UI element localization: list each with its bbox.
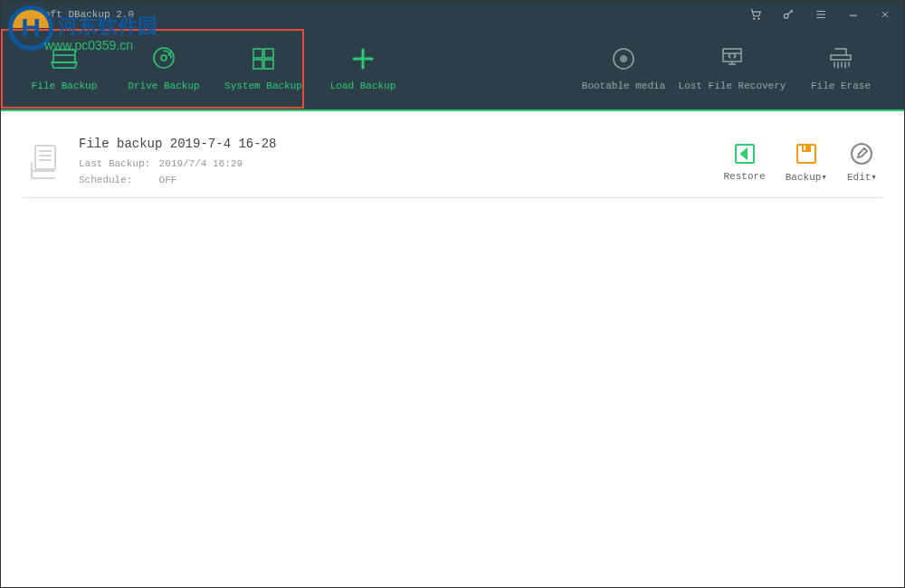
svg-rect-14 (831, 55, 851, 60)
svg-point-20 (852, 144, 872, 164)
svg-rect-8 (253, 60, 262, 69)
key-icon[interactable] (782, 8, 795, 21)
system-backup-label: System Backup (224, 81, 302, 91)
drive-backup-button[interactable]: Drive Backup (114, 46, 214, 91)
lost-file-recovery-button[interactable]: Lost File Recovery (673, 46, 791, 91)
svg-rect-3 (53, 50, 75, 62)
file-erase-label: File Erase (811, 81, 871, 91)
svg-rect-9 (264, 60, 273, 69)
file-backup-button[interactable]: File Backup (14, 46, 114, 91)
menu-icon[interactable] (814, 8, 827, 21)
svg-point-2 (784, 14, 788, 18)
titlebar: iBeesoft DBackup 2.0 (1, 1, 904, 28)
window-controls (749, 8, 891, 21)
content-area: File backup 2019-7-4 16-28 Last Backup: … (1, 111, 904, 214)
backup-task-card: File backup 2019-7-4 16-28 Last Backup: … (23, 128, 882, 198)
restore-icon (733, 142, 757, 166)
restore-button[interactable]: Restore (724, 142, 766, 182)
svg-rect-7 (264, 49, 273, 58)
backup-title: File backup 2019-7-4 16-28 (79, 137, 706, 151)
cart-icon[interactable] (749, 8, 762, 21)
schedule-value: OFF (159, 175, 177, 185)
svg-rect-15 (35, 146, 55, 169)
drive-backup-icon (150, 46, 177, 71)
backup-button[interactable]: Backup▾ (786, 142, 827, 183)
last-backup-label: Last Backup: (79, 156, 153, 173)
schedule-row: Schedule: OFF (79, 173, 706, 189)
schedule-label: Schedule: (79, 173, 153, 189)
close-button[interactable] (880, 9, 891, 20)
pencil-icon (850, 142, 873, 166)
app-window: iBeesoft DBackup 2.0 File Backup Drive B… (0, 0, 905, 588)
file-erase-button[interactable]: File Erase (791, 46, 891, 91)
system-backup-icon (250, 46, 277, 71)
recovery-icon (719, 46, 746, 71)
toolbar-right-group: Bootable media Lost File Recovery File E… (574, 46, 891, 91)
card-actions: Restore Backup▾ Edit▾ (724, 142, 877, 183)
lost-file-recovery-label: Lost File Recovery (679, 81, 786, 91)
system-backup-button[interactable]: System Backup (214, 46, 313, 91)
file-backup-label: File Backup (32, 81, 98, 91)
last-backup-value: 2019/7/4 16:29 (159, 158, 243, 169)
bootable-media-label: Bootable media (582, 81, 665, 91)
svg-point-12 (623, 58, 624, 60)
edit-button[interactable]: Edit▾ (847, 142, 877, 183)
backup-icon (795, 142, 818, 166)
last-backup-row: Last Backup: 2019/7/4 16:29 (79, 156, 706, 173)
file-backup-icon (51, 46, 78, 71)
svg-rect-6 (253, 49, 262, 58)
bootable-media-button[interactable]: Bootable media (574, 46, 673, 91)
svg-point-0 (754, 18, 755, 19)
svg-point-5 (161, 55, 167, 61)
drive-backup-label: Drive Backup (128, 81, 199, 91)
document-stack-icon (28, 144, 61, 182)
svg-rect-19 (806, 146, 808, 150)
load-backup-button[interactable]: Load Backup (313, 46, 413, 91)
backup-label: Backup▾ (786, 171, 827, 183)
window-title: iBeesoft DBackup 2.0 (14, 9, 134, 20)
svg-rect-13 (723, 49, 741, 62)
load-backup-label: Load Backup (330, 81, 396, 91)
shredder-icon (827, 46, 854, 71)
minimize-button[interactable] (847, 8, 860, 21)
svg-point-1 (758, 18, 759, 19)
backup-info: File backup 2019-7-4 16-28 Last Backup: … (79, 137, 706, 188)
toolbar: File Backup Drive Backup System Backup L… (1, 28, 904, 109)
disc-icon (610, 46, 637, 71)
edit-label: Edit▾ (847, 171, 877, 183)
plus-icon (349, 46, 376, 71)
restore-label: Restore (724, 171, 766, 182)
toolbar-left-group: File Backup Drive Backup System Backup L… (14, 46, 413, 91)
